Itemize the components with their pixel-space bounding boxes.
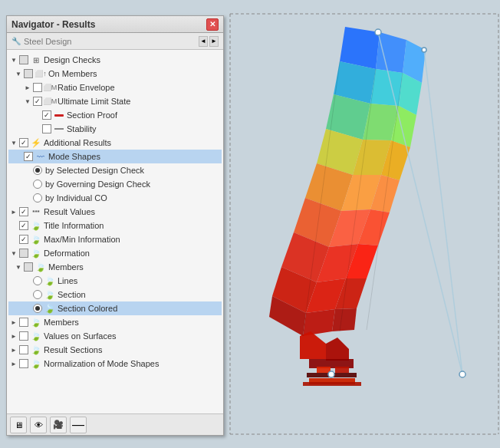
expand-icon[interactable]: ►: [24, 84, 31, 91]
expand-icon[interactable]: ▼: [24, 97, 31, 105]
tree-item-ultimate[interactable]: ▼ ⬜M Ultimate Limit State: [8, 94, 222, 108]
tree-item-by-individual[interactable]: by Individual CO: [8, 191, 222, 205]
camera-button[interactable]: 🎥: [50, 417, 67, 433]
checkbox-title-info[interactable]: [19, 221, 28, 230]
tree-item-mode-shapes[interactable]: 〰 Mode Shapes: [8, 150, 222, 163]
checkbox-deformation[interactable]: [19, 249, 28, 258]
screen-button[interactable]: 🖥: [10, 417, 27, 433]
tree-item-additional[interactable]: ▼ ⚡ Additional Results: [8, 136, 222, 150]
deformation-icon: 🍃: [31, 248, 41, 259]
checkbox-normalization[interactable]: [19, 359, 28, 368]
panel-title: Navigator - Results: [12, 19, 95, 30]
tree-item-design-checks[interactable]: ▼ ⊞ Design Checks: [8, 53, 222, 67]
checkbox-maxmin[interactable]: [19, 235, 28, 244]
expand-icon[interactable]: ▼: [10, 56, 18, 64]
radio-section-colored[interactable]: [33, 304, 42, 313]
expand-icon[interactable]: ▼: [10, 139, 18, 147]
checkbox-design-checks[interactable]: [19, 55, 28, 64]
checkbox-result-values[interactable]: [19, 207, 28, 216]
checkbox-additional[interactable]: [19, 138, 28, 147]
checkbox-result-sections[interactable]: [19, 345, 28, 354]
panel-titlebar: Navigator - Results ✕: [7, 16, 223, 33]
arrow-left-button[interactable]: ◄: [199, 36, 208, 47]
result-values-icon: ***: [31, 206, 41, 217]
tree-item-section[interactable]: 🍃 Section: [8, 288, 222, 301]
tree-item-maxmin[interactable]: 🍃 Max/Min Information: [8, 232, 222, 246]
svg-point-43: [328, 371, 334, 377]
checkbox-values-surfaces[interactable]: [19, 331, 28, 341]
expand-placeholder: [10, 222, 18, 229]
design-checks-icon: ⊞: [31, 54, 41, 65]
expand-placeholder: [10, 236, 18, 243]
tree-item-members-top[interactable]: ► 🍃 Members: [8, 315, 222, 329]
maxmin-label: Max/Min Information: [44, 235, 120, 244]
tree-item-values-surfaces[interactable]: ► 🍃 Values on Surfaces: [8, 329, 222, 343]
mode-shapes-icon: 〰: [35, 151, 46, 162]
tree-item-result-values[interactable]: ► *** Result Values: [8, 205, 222, 219]
checkbox-section-proof[interactable]: [42, 110, 51, 120]
checkbox-mode-shapes[interactable]: [24, 152, 33, 161]
expand-icon[interactable]: ▼: [15, 263, 22, 271]
tree-item-section-proof[interactable]: Section Proof: [8, 108, 222, 122]
expand-icon[interactable]: ►: [10, 318, 18, 326]
checkbox-stability[interactable]: [42, 124, 51, 133]
members-top-icon: 🍃: [31, 317, 41, 328]
svg-point-40: [375, 29, 381, 35]
expand-icon[interactable]: ►: [10, 332, 18, 340]
checkbox-def-members[interactable]: [24, 262, 33, 272]
tree-item-stability[interactable]: Stability: [8, 122, 222, 136]
tree-item-lines[interactable]: 🍃 Lines: [8, 274, 222, 288]
result-sections-icon: 🍃: [31, 344, 41, 355]
checkbox-ratio-envelope[interactable]: [33, 83, 42, 92]
members-top-label: Members: [44, 318, 79, 327]
tree-item-by-governing[interactable]: by Governing Design Check: [8, 177, 222, 191]
eye-button[interactable]: 👁: [30, 417, 47, 433]
expand-icon[interactable]: ▼: [10, 249, 18, 257]
ratio-envelope-label: Ratio Envelope: [58, 83, 115, 92]
close-button[interactable]: ✕: [206, 18, 219, 31]
expand-icon[interactable]: ▼: [15, 70, 22, 77]
design-checks-label: Design Checks: [44, 55, 100, 64]
values-surfaces-label: Values on Surfaces: [44, 331, 117, 341]
tree-area[interactable]: ▼ ⊞ Design Checks ▼ ⬜↑ On Members ► ⬜M R…: [7, 50, 223, 413]
radio-section[interactable]: [33, 290, 42, 299]
expand-placeholder: [15, 153, 22, 160]
expand-placeholder: [24, 180, 31, 188]
tree-item-section-colored[interactable]: 🍃 Section Colored: [8, 301, 222, 315]
expand-icon[interactable]: ►: [10, 208, 18, 216]
radio-lines[interactable]: [33, 276, 42, 285]
toolbar-arrows: ◄ ►: [199, 36, 219, 47]
tree-item-on-members[interactable]: ▼ ⬜↑ On Members: [8, 67, 222, 81]
tree-item-by-selected[interactable]: by Selected Design Check: [8, 163, 222, 177]
ultimate-label: Ultimate Limit State: [58, 97, 130, 106]
expand-icon[interactable]: ►: [10, 360, 18, 367]
svg-rect-36: [335, 367, 349, 373]
by-selected-label: by Selected Design Check: [45, 166, 144, 175]
tree-item-def-members[interactable]: ▼ 🍃 Members: [8, 260, 222, 274]
checkbox-on-members[interactable]: [24, 69, 33, 78]
expand-placeholder: [24, 194, 31, 202]
ultimate-icon: ⬜M: [44, 96, 55, 107]
radio-by-individual[interactable]: [33, 193, 42, 203]
expand-placeholder: [33, 125, 41, 133]
mode-shapes-label: Mode Shapes: [48, 152, 100, 161]
bottom-toolbar: 🖥 👁 🎥 —: [7, 413, 223, 435]
result-sections-label: Result Sections: [44, 345, 102, 354]
tree-item-ratio-envelope[interactable]: ► ⬜M Ratio Envelope: [8, 81, 222, 94]
maxmin-icon: 🍃: [31, 234, 41, 245]
radio-by-governing[interactable]: [33, 180, 42, 189]
line-button[interactable]: —: [70, 417, 87, 433]
checkbox-members-top[interactable]: [19, 318, 28, 327]
normalization-label: Normalization of Mode Shapes: [44, 359, 159, 368]
expand-icon[interactable]: ►: [10, 346, 18, 354]
tree-item-deformation[interactable]: ▼ 🍃 Deformation: [8, 246, 222, 260]
radio-by-selected[interactable]: [33, 166, 42, 175]
expand-placeholder: [24, 291, 31, 298]
checkbox-ultimate[interactable]: [33, 97, 42, 106]
lines-label: Lines: [58, 276, 77, 285]
tree-item-title-info[interactable]: 🍃 Title Information: [8, 219, 222, 232]
arrow-right-button[interactable]: ►: [209, 36, 219, 47]
tree-item-normalization[interactable]: ► 🍃 Normalization of Mode Shapes: [8, 357, 222, 371]
tree-item-result-sections[interactable]: ► 🍃 Result Sections: [8, 343, 222, 357]
by-individual-label: by Individual CO: [45, 193, 107, 203]
